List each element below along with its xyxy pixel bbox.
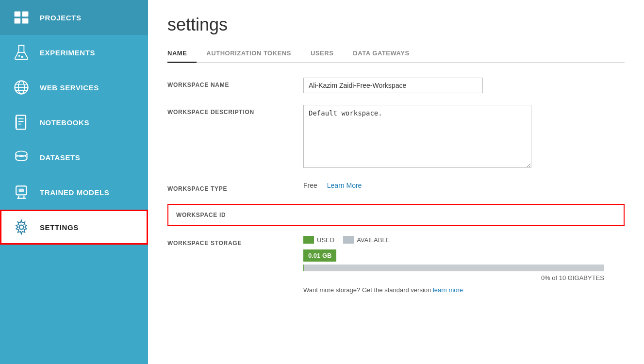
- web-services-icon: [10, 79, 33, 96]
- svg-rect-13: [16, 116, 26, 130]
- sidebar-item-label: EXPERIMENTS: [40, 49, 95, 57]
- workspace-description-textarea[interactable]: Default workspace.: [303, 105, 531, 168]
- tab-data-gateways[interactable]: DATA GATEWAYS: [353, 46, 419, 63]
- svg-rect-2: [22, 11, 29, 17]
- workspace-storage-label: WORKSPACE STORAGE: [167, 236, 303, 247]
- workspace-description-value: Default workspace.: [303, 105, 625, 170]
- notebooks-icon: [10, 114, 33, 131]
- tab-authorization-tokens[interactable]: AUTHORIZATION TOKENS: [206, 46, 301, 63]
- sidebar-item-web-services[interactable]: WEB SERVICES: [0, 70, 148, 105]
- sidebar: PROJECTS EXPERIMENTS WEB SERVICES: [0, 0, 148, 364]
- sidebar-item-label: NOTEBOOKS: [40, 118, 89, 127]
- storage-upgrade-link[interactable]: learn more: [433, 286, 463, 294]
- storage-size-label: 0.01 GB: [303, 249, 336, 262]
- storage-bar-container: [303, 265, 604, 271]
- experiments-icon: [10, 44, 33, 61]
- sidebar-item-label: SETTINGS: [40, 223, 79, 232]
- workspace-name-label: WORKSPACE NAME: [167, 78, 303, 88]
- svg-point-22: [19, 225, 24, 230]
- available-label: AVAILABLE: [357, 236, 390, 244]
- svg-rect-7: [18, 45, 25, 46]
- workspace-type-text: Free: [303, 182, 317, 189]
- used-label: USED: [317, 236, 334, 244]
- trained-models-icon: [10, 183, 33, 201]
- sidebar-item-notebooks[interactable]: NOTEBOOKS: [0, 105, 148, 140]
- datasets-icon: [10, 149, 33, 166]
- sidebar-item-experiments[interactable]: EXPERIMENTS: [0, 35, 148, 70]
- sidebar-item-settings[interactable]: SETTINGS: [0, 210, 148, 245]
- storage-legend: USED AVAILABLE: [303, 236, 625, 244]
- storage-bar-used: [303, 265, 304, 271]
- storage-percent-text: 0% of 10 GIGABYTES: [303, 274, 604, 281]
- sidebar-item-label: WEB SERVICES: [40, 83, 99, 92]
- sidebar-item-trained-models[interactable]: TRAINED MODELS: [0, 175, 148, 210]
- workspace-type-row: WORKSPACE TYPE Free Learn More: [167, 182, 625, 192]
- storage-upgrade-text: Want more storage? Get the standard vers…: [303, 286, 625, 294]
- svg-rect-17: [15, 116, 17, 128]
- svg-rect-0: [15, 11, 21, 17]
- tab-name[interactable]: NAME: [167, 46, 197, 63]
- workspace-description-row: WORKSPACE DESCRIPTION Default workspace.: [167, 105, 625, 170]
- used-color-box: [303, 236, 314, 244]
- storage-upgrade-static: Want more storage? Get the standard vers…: [303, 286, 431, 294]
- svg-rect-3: [22, 18, 29, 24]
- workspace-name-value: [303, 78, 625, 93]
- sidebar-item-datasets[interactable]: DATASETS: [0, 140, 148, 175]
- workspace-type-value: Free Learn More: [303, 182, 625, 189]
- main-content: settings NAME AUTHORIZATION TOKENS USERS…: [148, 0, 644, 364]
- svg-point-6: [21, 56, 24, 58]
- legend-available: AVAILABLE: [343, 236, 390, 244]
- legend-used: USED: [303, 236, 334, 244]
- workspace-storage-value: USED AVAILABLE 0.01 GB 0% of 10 GIGABYTE…: [303, 236, 625, 294]
- projects-icon: [10, 9, 33, 26]
- sidebar-item-label: TRAINED MODELS: [40, 188, 109, 197]
- svg-point-5: [18, 55, 20, 57]
- workspace-name-row: WORKSPACE NAME: [167, 78, 625, 93]
- learn-more-link[interactable]: Learn More: [327, 182, 362, 189]
- settings-icon: [10, 218, 33, 236]
- workspace-description-label: WORKSPACE DESCRIPTION: [167, 105, 303, 116]
- workspace-name-input[interactable]: [303, 78, 483, 93]
- tab-users[interactable]: USERS: [311, 46, 343, 63]
- svg-rect-21: [19, 189, 24, 192]
- workspace-id-label: WORKSPACE ID: [176, 212, 226, 218]
- tabs-bar: NAME AUTHORIZATION TOKENS USERS DATA GAT…: [167, 45, 625, 63]
- workspace-type-label: WORKSPACE TYPE: [167, 182, 303, 192]
- sidebar-item-projects[interactable]: PROJECTS: [0, 0, 148, 35]
- available-color-box: [343, 236, 354, 244]
- svg-rect-1: [15, 18, 21, 24]
- sidebar-item-label: PROJECTS: [40, 14, 82, 22]
- sidebar-item-label: DATASETS: [40, 153, 80, 162]
- page-title: settings: [167, 15, 625, 35]
- workspace-storage-row: WORKSPACE STORAGE USED AVAILABLE 0.01 GB…: [167, 236, 625, 294]
- workspace-id-row: WORKSPACE ID: [167, 204, 625, 226]
